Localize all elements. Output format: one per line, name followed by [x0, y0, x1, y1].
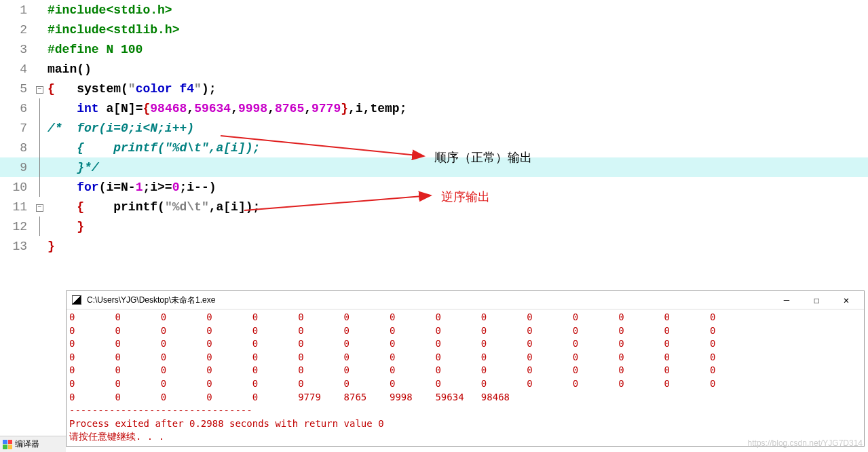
code-content[interactable]: for(i=N-1;i>=0;i--) — [45, 181, 216, 194]
compiler-tab[interactable]: 编译器 — [15, 438, 39, 450]
line-number: 1 — [0, 3, 34, 17]
line-number: 12 — [0, 220, 34, 233]
maximize-button[interactable]: ☐ — [804, 293, 829, 307]
code-content[interactable]: } — [45, 240, 55, 253]
code-line[interactable]: 5 − { system("color f4"); — [0, 79, 868, 98]
output-row: 0 0 0 0 0 0 0 0 0 0 0 0 0 0 0 — [69, 337, 861, 351]
annotation-label-1: 顺序（正常）输出 — [434, 149, 532, 166]
line-number: 9 — [0, 161, 34, 174]
compiler-icon — [3, 440, 12, 449]
line-number: 13 — [0, 240, 34, 253]
fold-toggle[interactable]: − — [34, 83, 45, 94]
code-content[interactable]: #define N 100 — [45, 43, 143, 56]
annotation-label-2: 逆序输出 — [441, 189, 490, 205]
line-number: 10 — [0, 181, 34, 194]
console-title: C:\Users\YJG\Desktop\未命名1.exe — [87, 295, 769, 306]
code-content[interactable]: int a[N]={98468,59634,9998,8765,9779},i,… — [45, 102, 407, 115]
output-divider: -------------------------------- — [69, 404, 861, 417]
annotation-arrow-1 — [221, 128, 438, 162]
code-content[interactable]: } — [45, 220, 84, 233]
output-row: 0 0 0 0 0 0 0 0 0 0 0 0 0 0 0 — [69, 377, 861, 391]
code-content[interactable]: #include<stdlib.h> — [45, 23, 179, 37]
code-line[interactable]: 13 } — [0, 236, 868, 256]
code-content[interactable]: }*/ — [45, 161, 99, 174]
continue-prompt: 请按任意键继续. . . — [69, 430, 861, 444]
output-row: 0 0 0 0 0 0 0 0 0 0 0 0 0 0 0 — [69, 311, 861, 324]
output-row: 0 0 0 0 0 0 0 0 0 0 0 0 0 0 0 — [69, 364, 861, 377]
console-output[interactable]: 0 0 0 0 0 0 0 0 0 0 0 0 0 0 0 0 0 0 0 0 … — [67, 309, 864, 445]
code-content[interactable]: #include<stdio.h> — [45, 3, 172, 17]
line-number: 7 — [0, 121, 34, 135]
console-app-icon — [72, 295, 81, 305]
code-content[interactable]: /* for(i=0;i<N;i++) — [45, 121, 194, 135]
svg-line-1 — [221, 136, 424, 156]
line-number: 4 — [0, 62, 34, 76]
line-number: 6 — [0, 102, 34, 115]
exit-message: Process exited after 0.2988 seconds with… — [69, 417, 861, 431]
line-number: 8 — [0, 141, 34, 155]
watermark-text: https://blog.csdn.net/YJG7D314 — [748, 438, 863, 448]
code-content[interactable]: main() — [45, 62, 92, 76]
code-content[interactable]: { printf("%d\t",a[i]); — [45, 200, 260, 214]
output-row: 0 0 0 0 0 9779 8765 9998 59634 98468 — [69, 391, 861, 404]
console-titlebar[interactable]: C:\Users\YJG\Desktop\未命名1.exe — ☐ ✕ — [67, 291, 864, 309]
code-line[interactable]: 1 #include<stdio.h> — [0, 0, 868, 20]
svg-line-3 — [244, 195, 431, 210]
close-button[interactable]: ✕ — [834, 293, 858, 307]
annotation-arrow-2 — [244, 191, 441, 219]
code-content[interactable]: { system("color f4"); — [45, 82, 216, 96]
statusbar: 编译器 — [0, 436, 66, 452]
code-line[interactable]: 2 #include<stdlib.h> — [0, 20, 868, 39]
minimize-button[interactable]: — — [774, 293, 799, 307]
console-window: C:\Users\YJG\Desktop\未命名1.exe — ☐ ✕ 0 0 … — [66, 290, 865, 447]
output-row: 0 0 0 0 0 0 0 0 0 0 0 0 0 0 0 — [69, 324, 861, 338]
output-row: 0 0 0 0 0 0 0 0 0 0 0 0 0 0 0 — [69, 351, 861, 364]
code-line[interactable]: 4 main() — [0, 59, 868, 79]
line-number: 3 — [0, 43, 34, 56]
line-number: 2 — [0, 23, 34, 37]
code-line[interactable]: 3 #define N 100 — [0, 39, 868, 59]
line-number: 5 — [0, 82, 34, 96]
code-line[interactable]: 12 } — [0, 216, 868, 236]
code-line[interactable]: 6 int a[N]={98468,59634,9998,8765,9779},… — [0, 98, 868, 118]
fold-toggle[interactable]: − — [34, 202, 45, 212]
line-number: 11 — [0, 200, 34, 214]
